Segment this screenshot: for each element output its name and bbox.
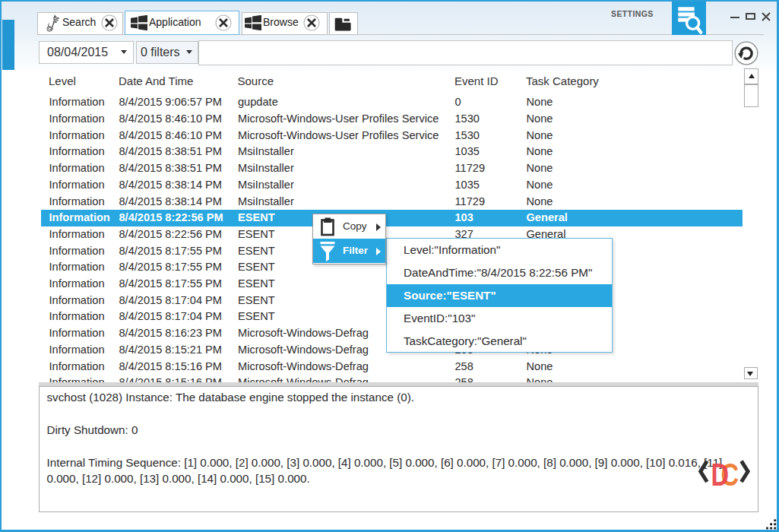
svg-text:D: D	[711, 455, 729, 492]
